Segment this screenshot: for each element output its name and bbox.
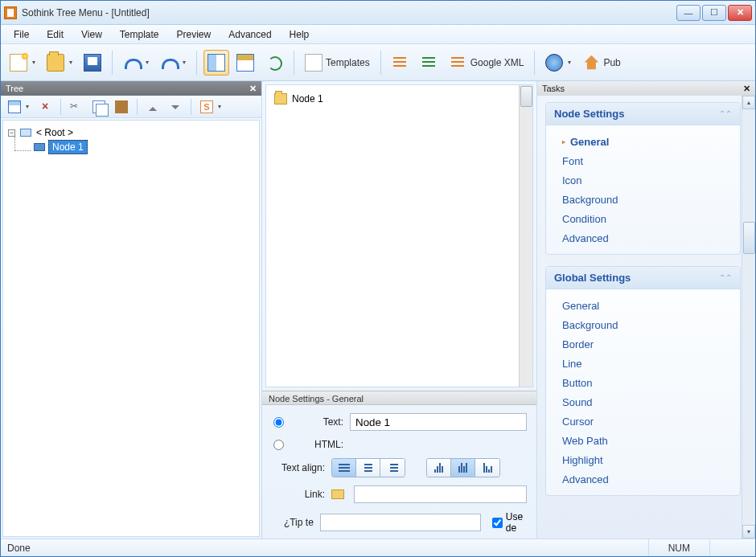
tip-input[interactable]: [320, 514, 481, 531]
lines-icon-1: [392, 54, 409, 72]
task-global-highlight[interactable]: Highlight: [562, 450, 737, 469]
tree-tool-style[interactable]: S▾: [196, 98, 225, 116]
tree-close-icon[interactable]: ✕: [249, 84, 257, 94]
tree-tool-up[interactable]: [142, 98, 163, 116]
valign-top-button[interactable]: [427, 459, 451, 477]
minimize-button[interactable]: —: [676, 5, 701, 21]
tree-body[interactable]: − < Root > Node 1: [2, 120, 260, 537]
html-radio[interactable]: [273, 440, 284, 450]
center-area: Node 1 Node Settings - General Text: HTM…: [262, 81, 536, 539]
link-label: Link:: [272, 489, 325, 500]
task-node-background[interactable]: Background: [562, 190, 737, 209]
new-button[interactable]: ▾: [6, 50, 39, 76]
preview-node[interactable]: Node 1: [274, 93, 524, 104]
menu-help[interactable]: Help: [281, 27, 318, 43]
templates-button[interactable]: Templates: [301, 50, 374, 76]
undo-button[interactable]: ▾: [119, 50, 153, 76]
menu-advanced[interactable]: Advanced: [220, 27, 279, 43]
menu-template[interactable]: Template: [112, 27, 167, 43]
copy-icon: [92, 100, 105, 113]
lines-button-1[interactable]: [388, 50, 413, 76]
global-settings-header[interactable]: Global Settings ⌃⌃: [546, 267, 740, 289]
tree-tool-cut[interactable]: ✂: [66, 98, 87, 116]
task-global-webpath[interactable]: Web Path: [562, 431, 737, 450]
doc-icon: [305, 54, 323, 72]
tree-root-row[interactable]: − < Root >: [8, 125, 254, 140]
tree-tool-delete[interactable]: ×: [35, 98, 55, 116]
task-global-advanced[interactable]: Advanced: [562, 469, 737, 489]
task-global-background[interactable]: Background: [562, 315, 737, 334]
layout-button-1[interactable]: [203, 50, 229, 76]
lines-button-2[interactable]: [417, 50, 442, 76]
maximize-button[interactable]: ☐: [702, 5, 726, 21]
text-radio[interactable]: [273, 417, 284, 428]
scrollbar-thumb[interactable]: [520, 86, 532, 107]
task-global-sound[interactable]: Sound: [562, 392, 737, 412]
tree-tool-paste[interactable]: [111, 98, 132, 116]
node-settings-body: Text: HTML: Text align:: [262, 405, 536, 539]
tree-root-label: < Root >: [36, 127, 73, 138]
redo-button[interactable]: ▾: [156, 50, 190, 76]
scroll-track[interactable]: [742, 109, 755, 525]
task-global-general[interactable]: General: [562, 296, 737, 315]
move-down-icon: [169, 100, 182, 113]
tree-panel: Tree ✕ ▾ × ✂ S▾ − < Root >: [1, 81, 262, 539]
tasks-title-text: Tasks: [542, 84, 565, 93]
task-node-icon[interactable]: Icon: [562, 170, 737, 190]
tasks-scroll-thumb[interactable]: [743, 222, 755, 254]
menu-edit[interactable]: Edit: [39, 27, 72, 43]
valign-bottom-button[interactable]: [475, 459, 499, 477]
valign-group: [426, 458, 500, 477]
align-left-button[interactable]: [332, 459, 356, 477]
link-input[interactable]: [354, 485, 527, 503]
globe-button[interactable]: ▾: [541, 50, 575, 76]
googlexml-button[interactable]: Google XML: [446, 50, 528, 76]
scroll-down-arrow[interactable]: ▾: [742, 525, 755, 539]
task-global-cursor[interactable]: Cursor: [562, 412, 737, 431]
collapse-icon[interactable]: −: [8, 129, 15, 137]
task-node-condition[interactable]: Condition: [562, 209, 737, 228]
menubar: File Edit View Template Preview Advanced…: [1, 25, 755, 44]
text-align-group: [331, 458, 405, 477]
task-global-line[interactable]: Line: [562, 354, 737, 373]
preview-pane[interactable]: Node 1: [265, 84, 533, 387]
task-node-font[interactable]: Font: [562, 151, 737, 170]
align-center-button[interactable]: [356, 459, 380, 477]
use-default-checkbox[interactable]: [492, 518, 503, 528]
scroll-up-arrow[interactable]: ▴: [742, 96, 755, 109]
text-input[interactable]: [350, 413, 527, 431]
node-settings-header[interactable]: Node Settings ⌃⌃: [546, 103, 740, 125]
close-button[interactable]: ✕: [728, 5, 752, 21]
tasks-close-icon[interactable]: ✕: [743, 84, 750, 94]
task-global-button[interactable]: Button: [562, 373, 737, 392]
refresh-button[interactable]: [261, 50, 287, 76]
tree-tool-down[interactable]: [165, 98, 186, 116]
tree-tool-copy[interactable]: [88, 98, 109, 116]
save-button[interactable]: [80, 50, 105, 76]
use-default-label: Use de: [506, 511, 527, 534]
menu-view[interactable]: View: [73, 27, 110, 43]
preview-scrollbar[interactable]: [519, 85, 532, 387]
align-right-icon: [387, 464, 398, 472]
folder-open-icon: [47, 54, 64, 72]
bars-bot-icon: [483, 463, 492, 473]
menu-preview[interactable]: Preview: [169, 27, 220, 43]
task-node-general[interactable]: ▸General: [562, 132, 737, 151]
menu-file[interactable]: File: [6, 27, 37, 43]
align-center-icon: [363, 464, 374, 472]
tree-tool-add[interactable]: ▾: [4, 98, 33, 116]
refresh-icon: [265, 54, 283, 72]
task-node-advanced[interactable]: Advanced: [562, 228, 737, 248]
layout-button-2[interactable]: [232, 50, 258, 76]
link-folder-icon[interactable]: [331, 489, 344, 499]
task-global-border[interactable]: Border: [562, 334, 737, 354]
align-right-button[interactable]: [380, 459, 405, 477]
node-settings-title: Node Settings - General: [262, 391, 536, 405]
text-label: Text:: [290, 416, 343, 428]
tasks-scrollbar[interactable]: ▴ ▾: [742, 96, 755, 539]
valign-middle-button[interactable]: [451, 459, 475, 477]
publish-button[interactable]: Pub: [578, 50, 624, 76]
open-button[interactable]: ▾: [43, 50, 76, 76]
style-icon: S: [200, 100, 213, 113]
tree-node-row[interactable]: Node 1: [14, 140, 254, 154]
